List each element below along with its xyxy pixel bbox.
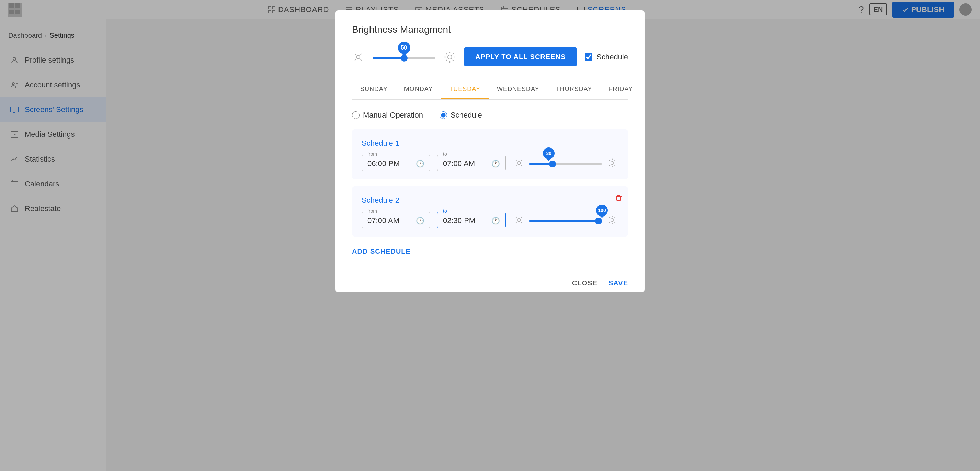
svg-line-76	[516, 222, 517, 223]
schedule-radio[interactable]	[439, 112, 447, 119]
tab-wednesday[interactable]: WEDNESDAY	[488, 80, 548, 99]
schedule-1-slider: 30	[529, 160, 602, 166]
schedule-2-from-label: from	[366, 208, 379, 214]
svg-line-54	[516, 160, 517, 161]
schedule-1-from-label: from	[366, 151, 379, 157]
schedule-2-slider: 100	[529, 217, 602, 223]
schedule-2-title: Schedule 2	[361, 196, 619, 205]
operation-mode-group: Manual Operation Schedule	[352, 111, 628, 120]
svg-line-65	[614, 160, 615, 161]
brightness-modal: Brightness Managment 50	[336, 10, 644, 292]
schedule-1-title: Schedule 1	[361, 139, 619, 148]
brightness-min-icon	[352, 51, 364, 63]
schedule-checkbox[interactable]	[585, 53, 592, 61]
svg-point-31	[356, 55, 360, 59]
schedule-1-row: from 06:00 PM 🕐 to 07:00 AM 🕐	[361, 155, 619, 171]
svg-line-84	[614, 217, 615, 218]
schedule-2-min-icon	[513, 214, 525, 226]
schedule-1-to-label: to	[442, 151, 449, 157]
svg-point-68	[517, 219, 520, 222]
svg-line-82	[609, 217, 610, 218]
svg-point-40	[448, 55, 452, 59]
schedule-2-slider-container: 100	[513, 214, 619, 226]
svg-line-64	[614, 165, 615, 166]
clock-icon-2-from: 🕐	[416, 217, 425, 225]
svg-line-46	[453, 59, 454, 61]
svg-line-85	[609, 222, 610, 223]
schedule-2-from-input[interactable]: 07:00 AM 🕐	[368, 216, 425, 225]
schedule-2-to-label: to	[442, 208, 449, 214]
schedule-2-brightness-label: 100	[596, 204, 608, 216]
svg-line-63	[609, 160, 610, 161]
clock-icon-2-to: 🕐	[492, 217, 500, 225]
svg-rect-67	[617, 196, 621, 200]
svg-line-83	[614, 222, 615, 223]
manual-operation-option[interactable]: Manual Operation	[352, 111, 423, 120]
close-button[interactable]: CLOSE	[572, 279, 598, 287]
schedule-1-from-input[interactable]: 06:00 PM 🕐	[368, 159, 425, 168]
svg-line-45	[446, 53, 447, 54]
modal-overlay[interactable]: Brightness Managment 50	[0, 0, 980, 471]
schedule-2-to-field: to 02:30 PM 🕐	[437, 212, 506, 228]
svg-line-38	[361, 54, 361, 55]
svg-line-47	[453, 53, 454, 54]
svg-line-56	[521, 160, 522, 161]
schedule-2-from-field: from 07:00 AM 🕐	[361, 212, 430, 228]
schedule-1-range[interactable]	[529, 163, 602, 164]
svg-line-73	[516, 217, 517, 218]
modal-title: Brightness Managment	[352, 24, 628, 35]
schedule-1-max-icon	[606, 157, 619, 169]
delete-schedule-2-button[interactable]	[615, 192, 622, 203]
schedule-2-max-icon	[606, 214, 619, 226]
brightness-row: 50 APPLY TO ALL SCREENS Schedule	[352, 48, 628, 66]
svg-point-77	[611, 219, 614, 222]
schedule-1-slider-container: 30	[513, 157, 619, 169]
schedule-card-2: Schedule 2 from 07:00 AM 🕐 to 02:30 PM 🕐	[352, 186, 628, 236]
modal-footer: CLOSE SAVE	[352, 271, 628, 287]
schedule-2-to-input[interactable]: 02:30 PM 🕐	[443, 216, 500, 225]
tab-friday[interactable]: FRIDAY	[600, 80, 641, 99]
brightness-slider-container: 50	[372, 54, 435, 60]
brightness-max-icon	[444, 51, 456, 63]
svg-line-39	[355, 59, 356, 60]
schedule-checkbox-wrapper: Schedule	[585, 53, 628, 62]
apply-to-all-screens-button[interactable]: APPLY TO ALL SCREENS	[464, 48, 576, 66]
tab-sunday[interactable]: SUNDAY	[352, 80, 396, 99]
manual-radio[interactable]	[352, 112, 360, 119]
brightness-slider[interactable]	[372, 57, 435, 59]
svg-point-49	[517, 161, 520, 164]
tab-tuesday[interactable]: TUESDAY	[441, 80, 488, 99]
schedule-1-from-field: from 06:00 PM 🕐	[361, 155, 430, 171]
schedule-1-to-field: to 07:00 AM 🕐	[437, 155, 506, 171]
svg-point-58	[611, 161, 614, 164]
schedule-2-row: from 07:00 AM 🕐 to 02:30 PM 🕐	[361, 212, 619, 228]
svg-line-57	[516, 165, 517, 166]
svg-line-48	[446, 59, 447, 61]
svg-line-66	[609, 165, 610, 166]
tab-monday[interactable]: MONDAY	[396, 80, 441, 99]
svg-line-74	[521, 222, 522, 223]
tab-thursday[interactable]: THURSDAY	[548, 80, 601, 99]
schedule-2-range[interactable]	[529, 220, 602, 222]
schedule-1-to-input[interactable]: 07:00 AM 🕐	[443, 159, 500, 168]
day-tabs: SUNDAY MONDAY TUESDAY WEDNESDAY THURSDAY…	[352, 80, 628, 100]
svg-line-55	[521, 165, 522, 166]
svg-line-36	[355, 54, 356, 55]
svg-line-37	[361, 59, 361, 60]
schedule-card-1: Schedule 1 from 06:00 PM 🕐 to 07:00 AM 🕐	[352, 129, 628, 179]
svg-line-75	[521, 217, 522, 218]
clock-icon-1-from: 🕐	[416, 160, 425, 168]
add-schedule-button[interactable]: ADD SCHEDULE	[352, 243, 411, 260]
save-button[interactable]: SAVE	[608, 279, 628, 287]
tab-saturday[interactable]: SATURDAY	[641, 80, 644, 99]
schedule-1-brightness-label: 30	[543, 147, 555, 159]
schedule-option[interactable]: Schedule	[439, 111, 482, 120]
schedule-1-min-icon	[513, 157, 525, 169]
clock-icon-1-to: 🕐	[492, 160, 500, 168]
brightness-value-label: 50	[398, 42, 410, 54]
